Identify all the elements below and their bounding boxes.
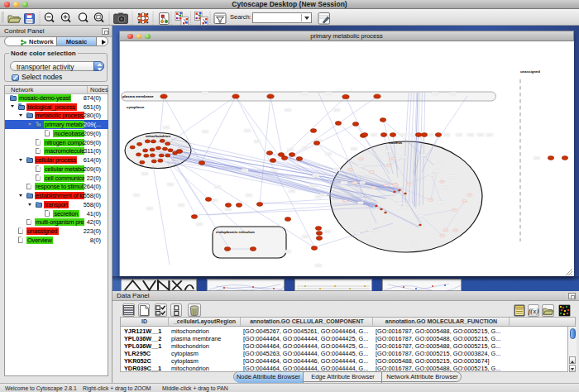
svg-text:nucleus: nucleus <box>389 141 403 145</box>
svg-text:cytoplasm: cytoplasm <box>127 105 144 109</box>
svg-text:unassigned: unassigned <box>520 69 540 74</box>
svg-text:endoplasmic reticulum: endoplasmic reticulum <box>216 230 255 234</box>
svg-text:mitochondrion: mitochondrion <box>146 134 170 138</box>
svg-text:plasma membrane: plasma membrane <box>122 94 154 98</box>
